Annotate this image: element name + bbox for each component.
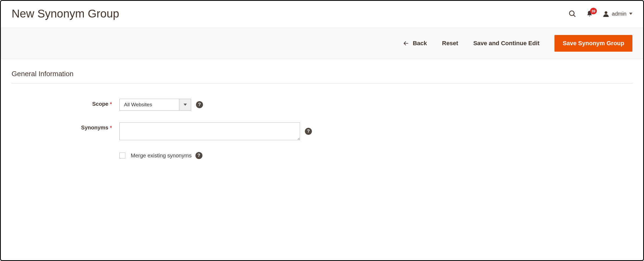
arrow-left-icon: [403, 40, 409, 46]
back-button[interactable]: Back: [403, 40, 427, 47]
scope-select-value: All Websites: [120, 99, 179, 110]
required-marker: *: [110, 125, 112, 130]
save-continue-button[interactable]: Save and Continue Edit: [473, 40, 540, 47]
synonyms-textarea[interactable]: [119, 122, 300, 140]
synonyms-label: Synonyms: [81, 125, 108, 130]
chevron-down-icon: [184, 104, 187, 106]
merge-checkbox[interactable]: [119, 153, 125, 158]
help-icon[interactable]: ?: [195, 152, 202, 159]
help-icon[interactable]: ?: [196, 101, 203, 108]
notifications-icon[interactable]: 39: [586, 10, 593, 17]
merge-checkbox-label: Merge existing synonyms: [131, 153, 192, 159]
user-name-label: admin: [612, 11, 626, 17]
search-icon[interactable]: [568, 10, 576, 18]
scope-label: Scope: [92, 101, 108, 107]
help-icon[interactable]: ?: [305, 128, 312, 135]
user-menu[interactable]: admin: [603, 10, 632, 17]
back-label: Back: [413, 40, 427, 47]
chevron-down-icon: [629, 13, 632, 15]
scope-select-toggle[interactable]: [179, 99, 191, 110]
page-title: New Synonym Group: [12, 7, 119, 20]
svg-point-0: [569, 11, 574, 16]
save-button[interactable]: Save Synonym Group: [555, 35, 632, 52]
svg-point-2: [605, 11, 607, 14]
section-title: General Information: [12, 70, 632, 84]
required-marker: *: [110, 101, 112, 107]
scope-select[interactable]: All Websites: [119, 99, 191, 111]
reset-button[interactable]: Reset: [442, 40, 458, 47]
user-icon: [603, 10, 609, 17]
svg-line-1: [573, 15, 575, 17]
notification-badge: 39: [590, 8, 597, 14]
